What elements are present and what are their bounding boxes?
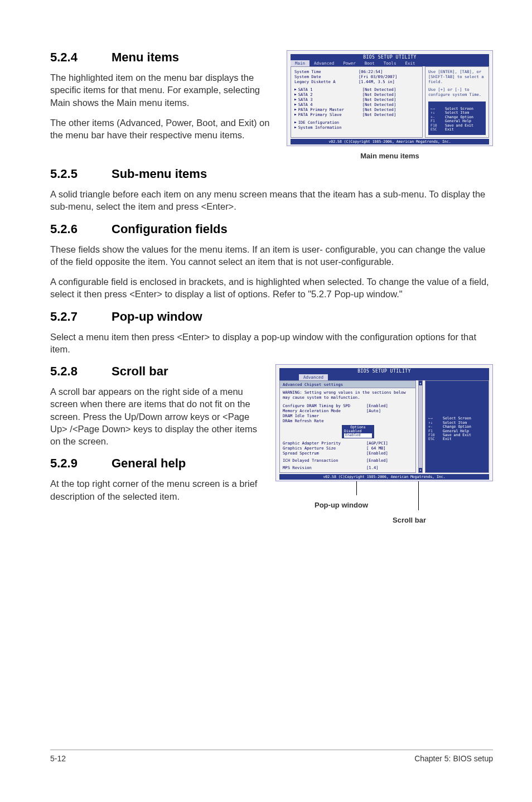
caption-popup: Pop-up window: [315, 501, 368, 509]
pointer-line: [356, 481, 357, 495]
heading-526: 5.2.6Configuration fields: [50, 222, 493, 236]
para: At the top right corner of the menu scre…: [50, 477, 264, 503]
keymap: ←→Select Screen ↑↓Select Item +-Change O…: [428, 417, 486, 442]
field-value: [Fri 03/09/2007]: [359, 74, 397, 79]
submenu-item: SATA 3: [298, 97, 362, 102]
scroll-down-icon: ▾: [419, 468, 422, 472]
field-value: [Not Detected]: [362, 97, 396, 102]
menubar-item: Power: [338, 60, 360, 66]
caption-main-menu: Main menu items: [287, 152, 493, 160]
submenu-item: SATA 2: [298, 92, 362, 97]
field-label: System Time: [294, 69, 359, 74]
caption-scroll: Scroll bar: [393, 516, 426, 524]
submenu-item: PATA Primary Slave: [298, 112, 362, 117]
field-label: ICH Delayed Transaction: [283, 458, 366, 463]
field-label: Legacy Diskette A: [294, 79, 359, 84]
heading-525: 5.2.5Sub-menu items: [50, 167, 493, 181]
menubar-item: Boot: [360, 60, 379, 66]
field-value: [ 64 MB]: [366, 446, 386, 451]
field-value: [Not Detected]: [362, 87, 396, 92]
bios-title: BIOS SETUP UTILITY: [291, 54, 489, 60]
field-value: [Not Detected]: [362, 92, 396, 97]
bios-help-panel: ←→Select Screen ↑↓Select Item +-Change O…: [425, 380, 489, 472]
bios-advanced-screenshot: BIOS SETUP UTILITY Advanced Advanced Chi…: [275, 364, 493, 481]
field-value: [1.4]: [366, 465, 379, 470]
field-value: [06:22:54]: [359, 69, 383, 74]
field-label: Memory Acceleration Mode: [283, 408, 366, 413]
para: A configurable field is enclosed in brac…: [50, 276, 493, 301]
page-footer: 5-12 Chapter 5: BIOS setup: [50, 750, 493, 763]
field-label: Graphics Aperture Size: [283, 446, 366, 451]
bios-menubar: Advanced: [279, 374, 489, 380]
field-value: [Auto]: [366, 408, 381, 413]
adv-warning: WARNING: Setting wrong values in the sec…: [280, 388, 415, 403]
field-label: DRAM Idle Timer: [283, 413, 366, 418]
submenu-item: System Information: [298, 125, 362, 130]
bios-menubar: Main Advanced Power Boot Tools Exit: [291, 60, 489, 66]
help-text: Use [+] or [-] to configure system Time.: [428, 87, 486, 97]
heading-529: 5.2.9General help: [50, 456, 264, 471]
field-value: [Not Detected]: [362, 112, 396, 117]
pointer-line: [418, 481, 419, 510]
keymap: ←→Select Screen ↑↓Select Item +-Change O…: [431, 107, 483, 132]
field-label: Spread Spectrum: [283, 451, 366, 456]
heading-527: 5.2.7Pop-up window: [50, 310, 493, 324]
field-value: [Enabled]: [366, 458, 388, 463]
bios-main-screenshot: BIOS SETUP UTILITY Main Advanced Power B…: [287, 50, 493, 146]
para: A solid triangle before each item on any…: [50, 188, 493, 213]
para: These fields show the values for the men…: [50, 243, 493, 268]
para: A scroll bar appears on the right side o…: [50, 385, 264, 447]
field-value: [1.44M, 3.5 in]: [359, 79, 395, 84]
field-value: [Not Detected]: [362, 107, 396, 112]
field-value: [Enabled]: [366, 451, 388, 456]
submenu-item: PATA Primary Master: [298, 107, 362, 112]
bios-main-panel: System Time[06:22:54] System Date[Fri 03…: [291, 66, 423, 138]
field-label: System Date: [294, 74, 359, 79]
menubar-item: Advanced: [309, 60, 338, 66]
bios-main-panel: Advanced Chipset settings WARNING: Setti…: [279, 380, 416, 472]
submenu-item: IDE Configuration: [298, 120, 362, 125]
menubar-main: Main: [291, 60, 309, 66]
help-text: Use [ENTER], [TAB], or [SHIFT-TAB] to se…: [428, 69, 486, 84]
chapter-title: Chapter 5: BIOS setup: [414, 754, 493, 763]
heading-528: 5.2.8Scroll bar: [50, 364, 264, 379]
heading-524: 5.2.4Menu items: [50, 50, 275, 65]
bios-copyright: v02.58 (C)Copyright 1985-2006, American …: [291, 139, 489, 144]
page-number: 5-12: [50, 754, 66, 763]
submenu-item: SATA 4: [298, 102, 362, 107]
popup-options: Options Disabled Enabled: [341, 424, 375, 438]
field-value: [Not Detected]: [362, 102, 396, 107]
para: Select a menu item then press <Enter> to…: [50, 331, 493, 356]
para: The highlighted item on the menu bar dis…: [50, 71, 275, 109]
para: The other items (Advanced, Power, Boot, …: [50, 117, 275, 142]
field-label: DRAm Refresh Rate: [283, 418, 366, 423]
field-value: [AGP/PCI]: [366, 441, 388, 446]
bios-copyright: v02.58 (C)Copyright 1985-2006, American …: [279, 474, 489, 480]
scroll-bar: ▴ ▾: [418, 380, 423, 472]
menubar-item: Tools: [379, 60, 401, 66]
menubar-item: Exit: [400, 60, 419, 66]
field-value: [Enabled]: [366, 403, 388, 408]
field-label: MPS Revision: [283, 465, 366, 470]
adv-header: Advanced Chipset settings: [280, 381, 415, 388]
bios-title: BIOS SETUP UTILITY: [279, 368, 489, 374]
menubar-advanced: Advanced: [299, 374, 328, 380]
bios-help-panel: Use [ENTER], [TAB], or [SHIFT-TAB] to se…: [425, 66, 489, 138]
field-label: Graphic Adapter Priority: [283, 441, 366, 446]
scroll-up-icon: ▴: [419, 381, 422, 385]
submenu-item: SATA 1: [298, 87, 362, 92]
field-label: Configure DRAM Timing by SPD: [283, 403, 366, 408]
